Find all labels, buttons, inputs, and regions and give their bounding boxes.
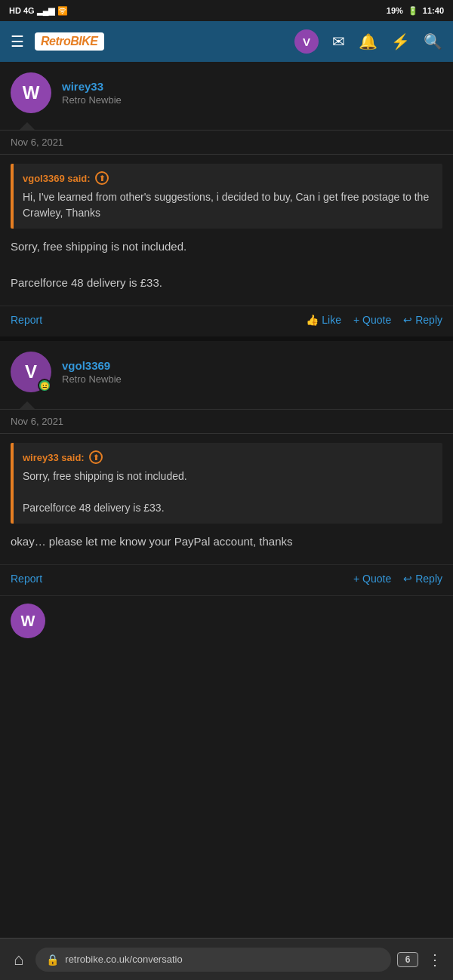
date-wirey33: Nov 6, 2021 [0,130,453,155]
home-icon[interactable]: ⌂ [8,950,29,969]
like-button-wirey33[interactable]: 👍 Like [306,314,341,326]
time: 11:40 [423,6,444,15]
network-indicator: HD 4G ▂▄▆ 🛜 [9,6,68,16]
quote-author-vgol3369: wirey33 said: ⬆ [23,450,433,464]
username-vgol3369[interactable]: vgol3369 [62,359,122,372]
battery-icon: 🔋 [408,6,418,16]
site-logo[interactable]: RetroBIKE [35,32,104,51]
quote-up-icon: ⬆ [95,171,109,185]
hamburger-menu-icon[interactable]: ☰ [11,32,24,51]
nav-icons: V ✉ 🔔 ⚡ 🔍 [294,29,442,54]
quote-button-wirey33[interactable]: + Quote [353,314,391,326]
more-options-icon[interactable]: ⋮ [424,951,445,969]
quote-block-wirey33: vgol3369 said: ⬆ Hi, I've learned from o… [11,164,442,229]
action-bar-vgol3369: Report + Quote ↩ Reply [0,564,453,595]
lock-icon: 🔒 [46,954,59,966]
nav-user-avatar[interactable]: V [294,29,319,54]
bell-icon[interactable]: 🔔 [359,32,378,51]
quote-text-vgol3369: Sorry, free shipping is not included. Pa… [23,468,433,516]
quote-block-vgol3369: wirey33 said: ⬆ Sorry, free shipping is … [11,443,442,524]
status-left: HD 4G ▂▄▆ 🛜 [9,6,68,16]
mail-icon[interactable]: ✉ [332,32,345,51]
user-info-vgol3369: vgol3369 Retro Newbie [62,359,122,385]
search-icon[interactable]: 🔍 [424,32,442,51]
bottom-bar: ⌂ 🔒 retrobike.co.uk/conversatio 6 ⋮ [0,938,453,980]
post-triangle-wirey33 [20,122,35,130]
avatar-wirey33[interactable]: W [11,72,51,113]
tab-count[interactable]: 6 [397,952,418,967]
quote-button-vgol3369[interactable]: + Quote [353,573,391,585]
url-text: retrobike.co.uk/conversatio [65,954,182,965]
partial-avatar: W [11,604,45,638]
quote-author-wirey33: vgol3369 said: ⬆ [23,171,433,185]
navbar: ☰ RetroBIKE V ✉ 🔔 ⚡ 🔍 [0,21,453,62]
user-role-wirey33: Retro Newbie [62,94,122,106]
user-role-vgol3369: Retro Newbie [62,373,122,385]
user-header-vgol3369: V 😐 vgol3369 Retro Newbie [0,341,453,401]
quote-up-icon-2: ⬆ [89,450,103,464]
post-wirey33: W wirey33 Retro Newbie Nov 6, 2021 vgol3… [0,62,453,336]
battery-text: 19% [387,6,403,15]
online-status-badge: 😐 [38,379,51,392]
thumb-icon: 👍 [306,314,319,326]
post-triangle-vgol3369 [20,401,35,409]
url-bar[interactable]: 🔒 retrobike.co.uk/conversatio [35,948,391,972]
post-content-vgol3369: wirey33 said: ⬆ Sorry, free shipping is … [0,434,453,564]
action-right-wirey33: 👍 Like + Quote ↩ Reply [306,314,442,326]
avatar-wrapper-vgol3369: V 😐 [11,352,51,392]
message-text-wirey33: Sorry, free shipping is not included. Pa… [11,238,442,292]
status-right: 19% 🔋 11:40 [387,6,444,16]
reply-icon-2: ↩ [403,573,412,585]
status-bar: HD 4G ▂▄▆ 🛜 19% 🔋 11:40 [0,0,453,21]
reply-button-wirey33[interactable]: ↩ Reply [403,314,442,326]
user-info-wirey33: wirey33 Retro Newbie [62,80,122,106]
user-header-wirey33: W wirey33 Retro Newbie [0,62,453,122]
post-vgol3369: V 😐 vgol3369 Retro Newbie Nov 6, 2021 wi… [0,341,453,595]
reply-icon: ↩ [403,314,412,326]
action-right-vgol3369: + Quote ↩ Reply [353,573,442,585]
report-button-wirey33[interactable]: Report [11,314,42,326]
lightning-icon[interactable]: ⚡ [391,32,410,51]
reply-button-vgol3369[interactable]: ↩ Reply [403,573,442,585]
post-content-wirey33: vgol3369 said: ⬆ Hi, I've learned from o… [0,155,453,306]
username-wirey33[interactable]: wirey33 [62,80,122,93]
partial-post-hint: W [0,595,453,641]
report-button-vgol3369[interactable]: Report [11,573,42,585]
action-bar-wirey33: Report 👍 Like + Quote ↩ Reply [0,306,453,336]
message-text-vgol3369: okay… please let me know your PayPal acc… [11,533,442,551]
quote-text-wirey33: Hi, I've learned from other's suggestion… [23,189,433,221]
date-vgol3369: Nov 6, 2021 [0,409,453,434]
